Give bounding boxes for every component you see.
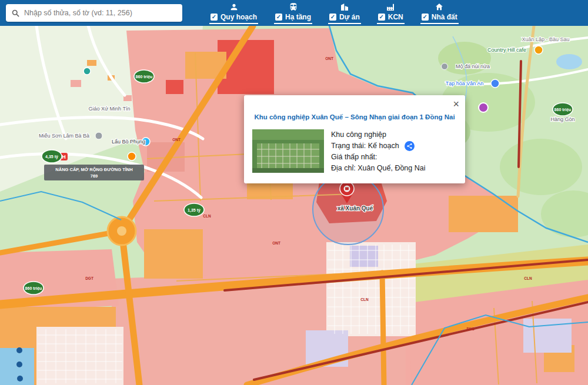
svg-text:1,35 tỷ: 1,35 tỷ [188, 208, 201, 213]
popup-status: Trạng thái: Kế hoạch [331, 140, 399, 152]
zone-code: SKC [466, 327, 475, 331]
zone-code: ONT [272, 241, 280, 245]
nav-label: Nhà đất [432, 13, 457, 21]
info-popup: × Khu công nghiệp Xuân Quế – Sông Nhạn g… [244, 95, 465, 183]
nav-nha-dat[interactable]: ✓ Nhà đất [420, 0, 459, 26]
map-app: ✓ Quy hoạch ✓ Hạ tầng ✓ Dự [0, 0, 588, 385]
price-badge[interactable]: 4,35 tỷ [42, 150, 62, 163]
poi-label: Lẩu Bò Phụng [112, 139, 145, 145]
svg-text:860 triệu: 860 triệu [136, 75, 153, 79]
park-icon[interactable] [83, 68, 91, 75]
search-input[interactable] [24, 9, 177, 17]
nav-label: Hạ tầng [285, 13, 311, 21]
price-badge[interactable]: 860 triệu [553, 103, 573, 116]
food-icon[interactable] [128, 152, 136, 160]
roundabout [108, 217, 136, 245]
aerial-thumbnail-image [252, 129, 324, 173]
store-icon[interactable] [491, 79, 499, 88]
svg-text:H: H [62, 154, 66, 160]
marker-dot[interactable] [16, 361, 22, 367]
nav-du-an[interactable]: ✓ Dự án [328, 0, 361, 26]
poi-label: Hàng Gòn [550, 116, 574, 122]
price-badge[interactable]: 860 triệu [134, 70, 154, 83]
zone-code: ONT [172, 138, 181, 142]
svg-text:769: 769 [91, 173, 98, 179]
zone-code: DGT [85, 276, 93, 280]
marker-dot[interactable] [16, 347, 22, 353]
zone-code: CLN [360, 297, 369, 302]
poi-label: Giáo Xứ Minh Tín [89, 106, 131, 112]
map-canvas[interactable]: ONT CLN ONT CLN ONT CLN SKC DGT CLN ONT [0, 26, 588, 385]
map-svg[interactable]: ONT CLN ONT CLN ONT CLN SKC DGT CLN ONT [0, 26, 588, 385]
svg-text:4,35 tỷ: 4,35 tỷ [45, 155, 58, 159]
svg-text:NÂNG CẤP, MỞ RỘNG ĐƯỜNG TỈNH: NÂNG CẤP, MỞ RỘNG ĐƯỜNG TỈNH [55, 166, 132, 172]
highway [382, 273, 384, 385]
zone-code: CLN [203, 214, 211, 218]
du-an-checkbox[interactable]: ✓ [329, 14, 336, 21]
popup-address: Địa chỉ: Xuân Quế, Đồng Nai [331, 163, 426, 174]
svg-text:860 triệu: 860 triệu [554, 108, 572, 112]
road-sign: NÂNG CẤP, MỞ RỘNG ĐƯỜNG TỈNH 769 [44, 165, 144, 180]
top-bar: ✓ Quy hoạch ✓ Hạ tầng ✓ Dự [0, 0, 588, 26]
planning-person-icon [229, 2, 239, 12]
marker-dot[interactable] [17, 376, 23, 381]
factory-icon [386, 2, 395, 12]
poi-label: Mộ đá núi nửa [456, 63, 490, 69]
train-icon [289, 2, 298, 12]
price-badge[interactable]: 1,35 tỷ [184, 203, 204, 216]
nav-kcn[interactable]: ✓ KCN [377, 0, 405, 26]
search-icon [11, 9, 20, 18]
poi-label: Tạp hóa Vân An [446, 81, 484, 86]
price-badge[interactable]: 860 triệu [24, 282, 44, 294]
ha-tang-checkbox[interactable]: ✓ [275, 14, 282, 21]
pond [556, 54, 582, 69]
water-zone [0, 348, 34, 385]
popup-thumbnail[interactable] [252, 129, 324, 173]
road-name-label: Xuân Lập - Bàu Sau [522, 36, 569, 42]
popup-price: Giá thấp nhất: [331, 152, 426, 163]
poi-label: Country Hill cafe [487, 47, 526, 53]
shop-poi-icon[interactable] [479, 103, 488, 112]
cafe-icon[interactable] [534, 46, 543, 54]
layer-nav: ✓ Quy hoạch ✓ Hạ tầng ✓ Dự [209, 0, 459, 26]
nav-label: Quy hoạch [220, 13, 257, 21]
popup-title: Khu công nghiệp Xuân Quế – Sông Nhạn gia… [253, 113, 456, 122]
search-box[interactable] [6, 4, 182, 22]
popup-type: Khu công nghiệp [331, 129, 426, 140]
kcn-checkbox[interactable]: ✓ [378, 14, 385, 21]
building-icon [340, 2, 349, 12]
tomb-icon[interactable] [442, 63, 448, 70]
svg-text:860 triệu: 860 triệu [25, 286, 42, 290]
temple-icon[interactable] [95, 132, 102, 139]
nav-quy-hoach[interactable]: ✓ Quy hoạch [209, 0, 258, 26]
nav-ha-tang[interactable]: ✓ Hạ tầng [274, 0, 312, 26]
quy-hoach-checkbox[interactable]: ✓ [211, 14, 218, 21]
commune-label: xã Xuân Quế [338, 205, 373, 212]
zone-code: ONT [325, 56, 333, 61]
nav-label: Dự án [339, 13, 360, 21]
house-icon [435, 2, 444, 12]
nha-dat-checkbox[interactable]: ✓ [422, 14, 429, 21]
zone-code: CLN [524, 276, 532, 280]
poi-label: Miếu Sơn Lâm Bà Bà [39, 133, 89, 139]
nav-label: KCN [388, 13, 403, 21]
popup-close-button[interactable]: × [453, 99, 459, 109]
share-icon[interactable] [405, 141, 415, 151]
